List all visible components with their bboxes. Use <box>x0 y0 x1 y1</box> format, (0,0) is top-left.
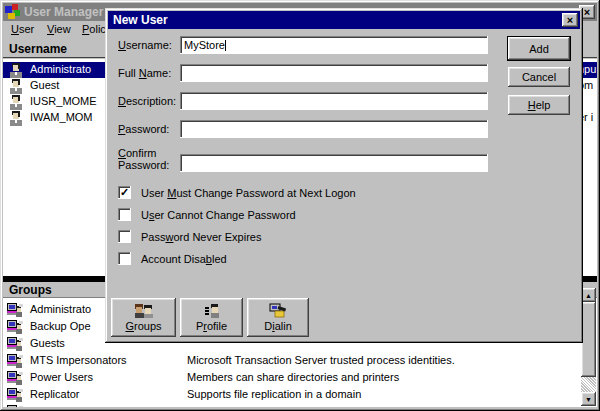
groups-button[interactable]: Groups <box>111 298 176 337</box>
must-change-password-label: User Must Change Password at Next Logon <box>141 187 356 199</box>
group-name: Replicator <box>30 388 80 400</box>
group-name: Users <box>30 405 59 407</box>
group-row-replicator[interactable]: Replicator Supports file replication in … <box>3 387 597 404</box>
user-name: IUSR_MOME <box>30 95 97 107</box>
group-icon <box>7 387 23 405</box>
password-never-expires-checkbox[interactable] <box>118 230 131 243</box>
arrow-down-icon: ▼ <box>585 396 592 403</box>
user-name: Guest <box>30 79 59 91</box>
must-change-password-checkbox[interactable]: ✓ <box>118 186 131 199</box>
groups-icon <box>134 303 154 319</box>
username-header-label: Username <box>9 42 67 56</box>
profile-button-label: Profile <box>196 320 227 332</box>
group-description: Microsoft Transaction Server trusted pro… <box>187 354 455 366</box>
cancel-button-label: Cancel <box>522 71 556 83</box>
user-manager-app-icon <box>5 4 21 20</box>
dialog-titlebar[interactable]: New User × <box>108 11 580 29</box>
help-button[interactable]: Help <box>508 95 570 115</box>
dialin-icon <box>269 303 287 319</box>
dialog-title: New User <box>113 13 168 27</box>
menu-view[interactable]: View <box>44 21 74 38</box>
group-name: MTS Impersonators <box>30 354 127 366</box>
password-label: Password: <box>118 123 169 135</box>
screen: User Manager × User View Polici Username… <box>0 0 600 411</box>
dialog-close-button[interactable]: × <box>562 13 578 27</box>
account-disabled-label: Account Disabled <box>141 253 227 265</box>
scrollbar-thumb[interactable] <box>581 302 596 377</box>
dialin-button-label: Dialin <box>264 320 292 332</box>
new-user-dialog: New User × Username: MyStore Full Name: … <box>105 8 583 343</box>
confirm-password-label: Confirm <box>118 147 157 159</box>
cannot-change-password-checkbox[interactable] <box>118 208 131 221</box>
user-name: Administrato <box>30 63 91 75</box>
group-icon <box>7 336 23 354</box>
group-icon <box>7 370 23 388</box>
groups-button-label: Groups <box>125 320 161 332</box>
user-name: IWAM_MOM <box>30 111 93 123</box>
menu-user[interactable]: User <box>8 21 37 38</box>
description-label: Description: <box>118 95 176 107</box>
group-description: Supports file replication in a domain <box>187 388 361 400</box>
full-name-label: Full Name: <box>118 67 171 79</box>
cannot-change-password-label: User Cannot Change Password <box>141 209 296 221</box>
close-icon: × <box>567 15 573 25</box>
close-icon: × <box>584 7 590 17</box>
cancel-button[interactable]: Cancel <box>508 67 570 87</box>
profile-button[interactable]: Profile <box>180 298 243 337</box>
group-icon <box>7 302 23 320</box>
dialin-button[interactable]: Dialin <box>247 298 309 337</box>
group-icon <box>7 404 23 407</box>
groups-scrollbar[interactable]: ▲ ▼ <box>581 288 596 406</box>
group-name: Guests <box>30 337 65 349</box>
help-button-label: Help <box>528 99 551 111</box>
full-name-input[interactable] <box>180 64 488 82</box>
check-icon: ✓ <box>120 187 129 198</box>
group-row-mts-impersonators[interactable]: MTS Impersonators Microsoft Transaction … <box>3 353 597 370</box>
account-disabled-checkbox[interactable] <box>118 252 131 265</box>
group-description: Members can share directories and printe… <box>187 371 399 383</box>
user-icon <box>8 110 24 128</box>
scroll-up-button[interactable]: ▲ <box>581 288 596 302</box>
groups-header-label: Groups <box>9 283 52 297</box>
group-icon <box>7 353 23 371</box>
group-name: Power Users <box>30 371 93 383</box>
arrow-up-icon: ▲ <box>585 292 592 299</box>
confirm-password-input[interactable] <box>180 154 488 172</box>
username-label: Username: <box>118 39 172 51</box>
password-never-expires-label: Password Never Expires <box>141 231 261 243</box>
add-button-label: Add <box>529 43 549 55</box>
scroll-down-button[interactable]: ▼ <box>581 392 596 406</box>
group-icon <box>7 319 23 337</box>
group-row-power-users[interactable]: Power Users Members can share directorie… <box>3 370 597 387</box>
add-button[interactable]: Add <box>508 37 570 60</box>
text-caret <box>225 40 226 51</box>
group-description: Ordinary users <box>187 405 259 407</box>
confirm-password-label-line2: Password: <box>118 159 169 171</box>
main-window-title: User Manager <box>24 5 103 19</box>
username-input[interactable]: MyStore <box>180 36 488 54</box>
group-name: Administrato <box>30 303 91 315</box>
profile-icon <box>203 303 221 319</box>
group-row-users[interactable]: Users Ordinary users <box>3 404 597 407</box>
group-name: Backup Ope <box>30 320 91 332</box>
username-value: MyStore <box>184 39 225 51</box>
description-input[interactable] <box>180 92 488 110</box>
password-input[interactable] <box>180 120 488 138</box>
